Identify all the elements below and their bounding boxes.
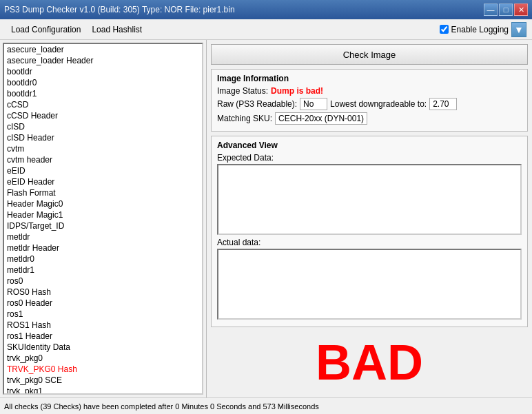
advanced-view-title: Advanced View <box>217 141 522 150</box>
title-bar-buttons: — □ ✕ <box>484 3 528 16</box>
list-item[interactable]: bootldr1 <box>4 88 202 99</box>
list-item[interactable]: TRVK_PKG0 Hash <box>4 364 202 375</box>
image-info-title: Image Information <box>217 74 522 83</box>
actual-data-label: Actual data: <box>217 238 522 247</box>
maximize-button[interactable]: □ <box>499 3 513 16</box>
status-row: Image Status: Dump is bad! <box>217 86 522 96</box>
lowest-label: Lowest downgradeable to: <box>330 99 427 109</box>
list-item[interactable]: ROS0 Hash <box>4 287 202 298</box>
load-config-menu[interactable]: Load Configuration <box>6 22 86 37</box>
main-content: asecure_loaderasecure_loader Headerbootl… <box>0 40 532 397</box>
right-panel: Check Image Image Information Image Stat… <box>207 40 532 397</box>
title-bar-text: PS3 Dump Checker v1.0 (Build: 305) Type:… <box>4 5 235 14</box>
list-item[interactable]: eEID Header <box>4 176 202 187</box>
bad-text: BAD <box>316 334 423 391</box>
status-text: All checks (39 Checks) have been complet… <box>4 402 319 411</box>
list-item[interactable]: asecure_loader Header <box>4 55 202 66</box>
actual-data-section: Actual data: <box>217 238 522 320</box>
status-value: Dump is bad! <box>271 86 323 96</box>
list-item[interactable]: ros1 <box>4 309 202 320</box>
menu-bar: Load Configuration Load Hashlist Enable … <box>0 19 532 40</box>
list-item[interactable]: metldr Header <box>4 242 202 253</box>
sku-row: Matching SKU: CECH-20xx (DYN-001) <box>217 112 522 125</box>
list-item[interactable]: bootldr0 <box>4 77 202 88</box>
enable-logging-label: Enable Logging <box>451 25 509 34</box>
enable-logging-checkbox[interactable] <box>440 25 449 34</box>
list-item[interactable]: Flash Format <box>4 187 202 198</box>
list-item[interactable]: ROS1 Hash <box>4 320 202 331</box>
status-label: Image Status: <box>217 86 268 96</box>
list-item[interactable]: cCSD <box>4 99 202 110</box>
list-item[interactable]: eEID <box>4 165 202 176</box>
expected-data-label: Expected Data: <box>217 153 522 163</box>
minimize-button[interactable]: — <box>484 3 498 16</box>
list-item[interactable]: cvtm header <box>4 154 202 165</box>
lowest-value: 2.70 <box>429 98 457 110</box>
title-bar: PS3 Dump Checker v1.0 (Build: 305) Type:… <box>0 0 532 19</box>
list-item[interactable]: trvk_pkg1 <box>4 386 202 395</box>
list-item[interactable]: cvtm <box>4 143 202 154</box>
list-item[interactable]: Header Magic1 <box>4 209 202 220</box>
list-item[interactable]: ros1 Header <box>4 331 202 342</box>
list-item[interactable]: ros0 Header <box>4 298 202 309</box>
list-item[interactable]: cCSD Header <box>4 110 202 121</box>
list-container[interactable]: asecure_loaderasecure_loader Headerbootl… <box>3 43 203 395</box>
image-info-box: Image Information Image Status: Dump is … <box>211 69 528 132</box>
list-item[interactable]: bootldr <box>4 66 202 77</box>
advanced-view: Advanced View Expected Data: Actual data… <box>211 136 528 327</box>
list-item[interactable]: trvk_pkg0 SCE <box>4 375 202 386</box>
list-item[interactable]: trvk_pkg0 <box>4 353 202 364</box>
close-button[interactable]: ✕ <box>514 3 528 16</box>
download-icon[interactable]: ▼ <box>511 22 526 37</box>
list-item[interactable]: IDPS/Target_ID <box>4 220 202 231</box>
raw-value: No <box>300 98 327 110</box>
logging-area: Enable Logging ▼ <box>440 22 526 37</box>
actual-data-textarea[interactable] <box>217 249 522 320</box>
raw-row: Raw (PS3 Readable): No Lowest downgradea… <box>217 98 522 110</box>
sku-label: Matching SKU: <box>217 114 272 123</box>
list-item[interactable]: asecure_loader <box>4 44 202 55</box>
list-item[interactable]: metldr0 <box>4 253 202 265</box>
load-hashlist-menu[interactable]: Load Hashlist <box>86 22 147 37</box>
expected-data-section: Expected Data: <box>217 153 522 235</box>
left-panel: asecure_loaderasecure_loader Headerbootl… <box>0 40 207 397</box>
list-item[interactable]: ros0 <box>4 276 202 287</box>
status-bar: All checks (39 Checks) have been complet… <box>0 397 532 414</box>
check-image-button[interactable]: Check Image <box>211 44 528 65</box>
list-item[interactable]: cISD <box>4 121 202 132</box>
list-item[interactable]: Header Magic0 <box>4 198 202 209</box>
sku-value: CECH-20xx (DYN-001) <box>275 112 367 125</box>
raw-label: Raw (PS3 Readable): <box>217 99 297 109</box>
list-item[interactable]: cISD Header <box>4 132 202 143</box>
bad-area: BAD <box>211 331 528 393</box>
list-item[interactable]: metldr1 <box>4 265 202 276</box>
expected-data-textarea[interactable] <box>217 164 522 235</box>
list-item[interactable]: metldr <box>4 231 202 242</box>
list-item[interactable]: SKUIdentity Data <box>4 342 202 353</box>
